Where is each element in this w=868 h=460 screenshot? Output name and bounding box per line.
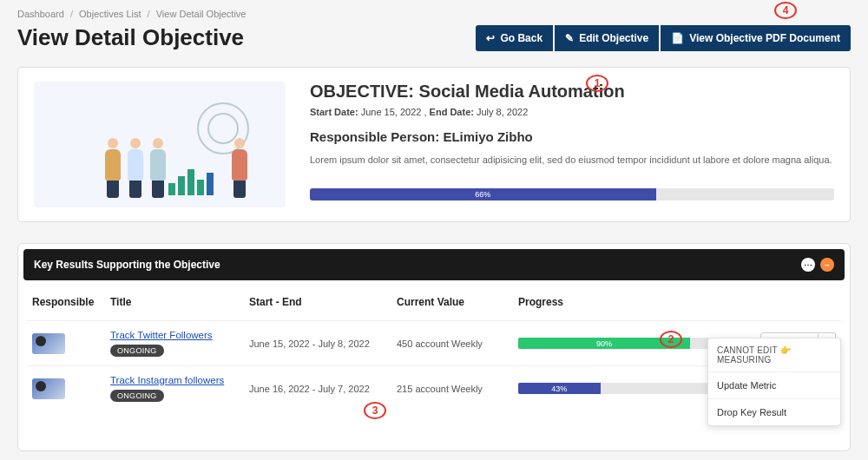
pdf-file-icon: 📄	[671, 32, 684, 44]
row-progress-fill: 90%	[518, 338, 690, 349]
current-value-cell: 215 account Weekly	[391, 366, 513, 411]
objective-progress-fill: 66%	[310, 188, 656, 200]
breadcrumb: Dashboard / Objectives List / View Detai…	[17, 9, 851, 19]
actions-dropdown: CANNOT EDIT 👉 MEASURING Update Metric Dr…	[707, 338, 841, 426]
breadcrumb-item[interactable]: Dashboard	[17, 9, 64, 19]
key-result-link[interactable]: Track Twitter Followers	[110, 330, 239, 340]
date-range-cell: June 15, 2022 - July 8, 2022	[244, 321, 391, 366]
objective-date-range: Start Date: June 15, 2022 , End Date: Ju…	[310, 107, 834, 117]
current-value-cell: 450 account Weekly	[391, 321, 513, 366]
objective-illustration	[34, 82, 286, 207]
key-results-panel-title: Key Results Supporting the Objective	[34, 259, 220, 271]
table-header-row: Responsible Title Start - End Current Va…	[27, 287, 841, 321]
avatar	[32, 333, 65, 354]
col-progress: Progress	[513, 287, 746, 321]
col-title: Title	[105, 287, 244, 321]
col-responsible: Responsible	[27, 287, 105, 321]
dropdown-item-drop-key-result[interactable]: Drop Key Result	[708, 399, 840, 425]
objective-progress-bar: 66%	[310, 188, 834, 200]
panel-settings-icon[interactable]: ⋯	[801, 258, 815, 272]
view-pdf-button[interactable]: 📄 View Objective PDF Document	[661, 25, 851, 51]
key-results-panel: Key Results Supporting the Objective ⋯ −…	[17, 243, 851, 451]
dropdown-item-update-metric[interactable]: Update Metric	[708, 372, 840, 399]
objective-title: OBJECTIVE: Social Media Automation	[310, 82, 834, 102]
col-current-value: Current Value	[391, 287, 513, 321]
status-badge: ONGOING	[110, 345, 164, 357]
pencil-icon: ✎	[565, 32, 574, 44]
panel-collapse-icon[interactable]: −	[820, 258, 834, 272]
breadcrumb-separator: /	[70, 9, 73, 19]
col-start-end: Start - End	[244, 287, 391, 321]
breadcrumb-separator: /	[148, 9, 150, 19]
dropdown-header: CANNOT EDIT 👉 MEASURING	[708, 338, 840, 372]
responsible-person: Responsible Person: ELimiyo Zibho	[310, 129, 834, 144]
go-back-button[interactable]: ↩ Go Back	[476, 25, 553, 51]
page-title: View Detail Objective	[17, 24, 244, 51]
objective-card: OBJECTIVE: Social Media Automation Start…	[17, 67, 851, 222]
header-button-group: ↩ Go Back ✎ Edit Objective 📄 View Object…	[476, 25, 851, 51]
status-badge: ONGOING	[110, 390, 164, 402]
row-progress-bar: 90%	[518, 338, 709, 349]
objective-description: Lorem ipsum dolor sit amet, consectetur …	[310, 153, 834, 168]
row-progress-fill: 43%	[518, 383, 601, 394]
reply-arrow-icon: ↩	[486, 32, 495, 44]
breadcrumb-item[interactable]: Objectives List	[79, 9, 141, 19]
key-result-link[interactable]: Track Instagram followers	[110, 375, 239, 385]
edit-objective-button[interactable]: ✎ Edit Objective	[555, 25, 659, 51]
row-progress-bar: 43%	[518, 383, 709, 394]
breadcrumb-item: View Detail Objective	[156, 9, 247, 19]
avatar	[32, 378, 65, 399]
date-range-cell: June 16, 2022 - July 7, 2022	[244, 366, 391, 411]
